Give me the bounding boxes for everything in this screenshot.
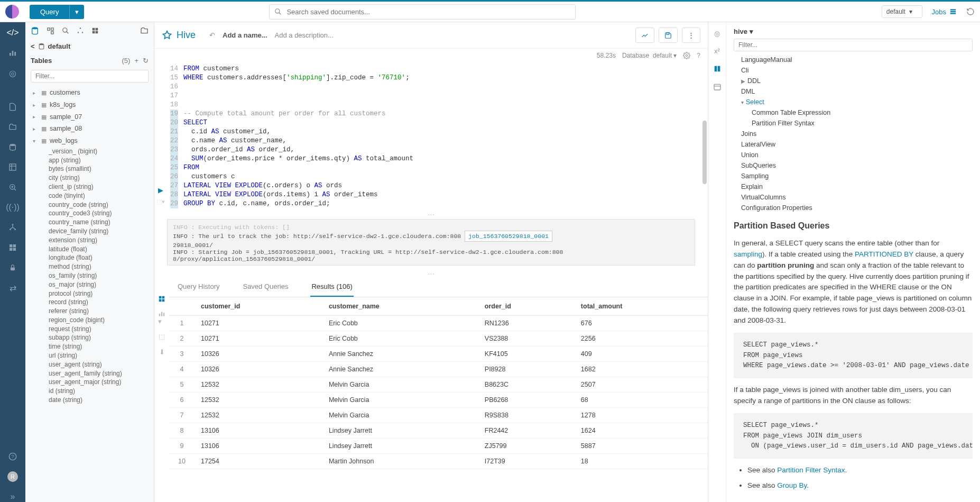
- column-header[interactable]: total_amount: [575, 297, 708, 316]
- files-icon[interactable]: [7, 122, 18, 132]
- add-desc-input[interactable]: Add a description...: [275, 31, 334, 39]
- hue-logo[interactable]: [5, 5, 19, 19]
- search-input[interactable]: [269, 4, 576, 20]
- column-item[interactable]: city (string): [25, 174, 154, 182]
- table-item[interactable]: ▸▦customers: [25, 87, 154, 99]
- column-item[interactable]: app (string): [25, 156, 154, 165]
- lang-ref-item[interactable]: ▶DDL: [734, 76, 973, 86]
- column-item[interactable]: region_code (bigint): [25, 316, 154, 325]
- table-item[interactable]: ▸▦k8s_logs: [25, 99, 154, 111]
- table-row[interactable]: 210271Eric CobbVS23882256: [169, 331, 708, 346]
- lang-ref-item[interactable]: VirtualColumns: [734, 192, 973, 203]
- db-icon[interactable]: [31, 26, 39, 35]
- lang-ref-item[interactable]: DML: [734, 86, 973, 97]
- editor-scrollbar[interactable]: [702, 121, 707, 184]
- dashboards-icon[interactable]: [7, 48, 18, 58]
- column-item[interactable]: os_major (string): [25, 280, 154, 289]
- lang-ref-item[interactable]: SubQueries: [734, 160, 973, 171]
- column-header[interactable]: order_id: [478, 297, 575, 316]
- table-row[interactable]: 410326Annie SanchezPI89281682: [169, 362, 708, 377]
- table-item[interactable]: ▸▦sample_08: [25, 123, 154, 135]
- lang-ref-item[interactable]: Union: [734, 150, 973, 160]
- column-item[interactable]: id (string): [25, 387, 154, 396]
- chart-button[interactable]: [635, 28, 654, 43]
- search-small-icon[interactable]: [62, 27, 69, 34]
- expand-result-icon[interactable]: ⬚: [159, 333, 165, 341]
- download-icon[interactable]: ⬇: [159, 348, 165, 356]
- table-row[interactable]: 913106Lindsey JarrettZJ57995887: [169, 439, 708, 454]
- scheduler-icon[interactable]: ◎: [7, 68, 18, 78]
- tables-filter-input[interactable]: [31, 70, 149, 83]
- table-row[interactable]: 813106Lindsey JarrettFR24421624: [169, 423, 708, 439]
- rp-filter-input[interactable]: [734, 39, 973, 51]
- editor-icon[interactable]: </>: [7, 28, 18, 38]
- lang-ref-item[interactable]: LateralView: [734, 139, 973, 150]
- table-item[interactable]: ▾▦web_logs: [25, 135, 154, 147]
- more-button[interactable]: ⋮: [682, 28, 700, 43]
- undo-icon[interactable]: ↶: [209, 31, 215, 39]
- lang-ref-item[interactable]: Configuration Properties: [734, 203, 973, 213]
- importer-icon[interactable]: [7, 222, 18, 233]
- column-header[interactable]: customer_name: [322, 297, 478, 316]
- column-header[interactable]: [169, 297, 195, 316]
- refresh-tables-icon[interactable]: ↻: [143, 57, 149, 65]
- breadcrumb[interactable]: < default: [25, 39, 154, 53]
- collapse-icon[interactable]: »: [7, 491, 18, 502]
- table-row[interactable]: 512532Melvin GarciaB8623C2507: [169, 377, 708, 393]
- functions-icon[interactable]: x²: [714, 47, 720, 55]
- table-row[interactable]: 612532Melvin GarciaPB626868: [169, 393, 708, 408]
- engine-label[interactable]: Hive: [162, 30, 196, 41]
- column-item[interactable]: referer (string): [25, 307, 154, 316]
- table-item[interactable]: ▸▦sample_07: [25, 111, 154, 123]
- rp-source[interactable]: hive ▾: [734, 28, 973, 35]
- user-avatar[interactable]: R: [7, 471, 18, 482]
- transfer-icon[interactable]: ⇄: [7, 282, 18, 293]
- save-button[interactable]: [659, 28, 678, 43]
- gear-icon[interactable]: [683, 52, 690, 59]
- column-item[interactable]: user_agent (string): [25, 360, 154, 369]
- help-small-icon[interactable]: ?: [697, 52, 700, 59]
- security-icon[interactable]: [7, 262, 18, 273]
- lang-ref-item[interactable]: Cli: [734, 65, 973, 76]
- column-item[interactable]: bytes (smallint): [25, 165, 154, 174]
- tab-query-history[interactable]: Query History: [177, 279, 220, 297]
- column-item[interactable]: country_code (string): [25, 200, 154, 209]
- column-item[interactable]: client_ip (string): [25, 182, 154, 191]
- lang-ref-item[interactable]: ▾Select: [734, 97, 973, 107]
- column-item[interactable]: method (string): [25, 262, 154, 271]
- tab-saved-queries[interactable]: Saved Queries: [242, 279, 289, 297]
- column-item[interactable]: code (tinyint): [25, 191, 154, 200]
- lang-ref-item[interactable]: LanguageManual: [734, 54, 973, 65]
- sampling-link[interactable]: sampling: [734, 250, 762, 258]
- lang-ref-item[interactable]: Explain: [734, 181, 973, 192]
- lang-ref-item[interactable]: Sampling: [734, 171, 973, 181]
- column-item[interactable]: country_name (string): [25, 218, 154, 227]
- partitioned-by-link[interactable]: PARTITIONED BY: [855, 250, 913, 258]
- sql-editor[interactable]: 14151617181920212223242526272829 FROM cu…: [167, 62, 708, 211]
- column-item[interactable]: longitude (float): [25, 253, 154, 262]
- column-item[interactable]: extension (string): [25, 236, 154, 245]
- schedule-icon[interactable]: [713, 83, 722, 91]
- expand-icon[interactable]: ⬚▾: [156, 198, 165, 205]
- folder-icon[interactable]: [140, 26, 149, 35]
- refresh-icon[interactable]: [966, 7, 975, 16]
- column-item[interactable]: request (string): [25, 325, 154, 334]
- column-item[interactable]: device_family (string): [25, 227, 154, 236]
- add-name-input[interactable]: Add a name...: [223, 31, 267, 39]
- job-link[interactable]: job_1563760529818_0001: [465, 231, 552, 242]
- column-item[interactable]: time (string): [25, 342, 154, 351]
- lang-ref-icon[interactable]: [713, 65, 722, 73]
- column-item[interactable]: date (string): [25, 396, 154, 405]
- table-row[interactable]: 712532Melvin GarciaR9S8381278: [169, 408, 708, 423]
- indexes-icon[interactable]: [7, 182, 18, 193]
- table-row[interactable]: 310326Annie SanchezKF4105409: [169, 346, 708, 362]
- documents-icon[interactable]: [7, 102, 18, 112]
- query-button[interactable]: Query: [30, 5, 69, 19]
- grid-icon[interactable]: [91, 27, 99, 34]
- assistant-icon[interactable]: ◎: [714, 30, 720, 38]
- lang-ref-item[interactable]: Partition Filter Syntax: [734, 118, 973, 129]
- help-icon[interactable]: ?: [7, 451, 18, 462]
- column-item[interactable]: url (string): [25, 351, 154, 360]
- column-item[interactable]: user_agent_family (string): [25, 369, 154, 378]
- tab-results[interactable]: Results (106): [310, 279, 353, 297]
